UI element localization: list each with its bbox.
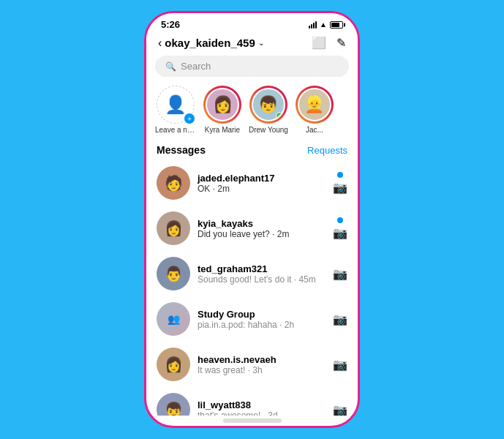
signal-bar-1: [309, 26, 310, 29]
msg-username-kyia: kyia_kayaks: [198, 218, 326, 229]
story-item-kyra[interactable]: 👩 Why is tomorrow Monday!? 🤔 Kyra Marie: [203, 86, 241, 134]
add-note-plus-icon: +: [184, 113, 195, 124]
message-item-study-group[interactable]: 👥 Study Group pia.in.a.pod: hahaha · 2h …: [146, 296, 358, 342]
online-indicator-drew: [276, 112, 283, 119]
search-icon: 🔍: [165, 61, 176, 72]
camera-icon-heaven[interactable]: 📷: [333, 358, 347, 372]
compose-icon[interactable]: ✎: [336, 36, 346, 50]
msg-right-kyia: 📷: [333, 217, 347, 240]
avatar-jaded: 🧑: [157, 166, 190, 200]
msg-username-study-group: Study Group: [198, 309, 326, 320]
messages-list: 🧑 jaded.elephant17 OK · 2m 📷 👩 kyia_kaya…: [146, 160, 358, 416]
story-name-drew: Drew Young: [249, 126, 288, 134]
msg-right-wyatt: 📷: [333, 403, 347, 416]
story-name-jac: Jac...: [306, 126, 323, 134]
story-name-add-note: Leave a note: [155, 126, 196, 134]
msg-username-ted: ted_graham321: [198, 263, 326, 274]
msg-username-heaven: heaven.is.nevaeh: [198, 354, 326, 365]
msg-right-study-group: 📷: [333, 312, 347, 326]
status-bar: 5:26 ▲: [146, 13, 358, 33]
header: ‹ okay_kaiden_459 ⌄ ⬜ ✎: [146, 33, 358, 56]
add-note-avatar: 👤 +: [157, 86, 195, 124]
msg-content-ted: ted_graham321 Sounds good! Let's do it ·…: [198, 263, 326, 285]
msg-right-ted: 📷: [333, 267, 347, 281]
search-placeholder: Search: [181, 61, 211, 72]
stories-icon[interactable]: ⬜: [312, 36, 326, 50]
dropdown-arrow-icon[interactable]: ⌄: [258, 39, 264, 47]
messages-section-title: Messages: [157, 144, 206, 156]
header-right: ⬜ ✎: [312, 36, 346, 50]
status-time: 5:26: [161, 19, 180, 30]
msg-content-heaven: heaven.is.nevaeh It was great! · 3h: [198, 354, 326, 375]
story-name-kyra: Kyra Marie: [205, 126, 240, 134]
msg-content-wyatt: lil_wyatt838 that's awesome! · 3d: [198, 399, 326, 416]
signal-bars-icon: [309, 21, 317, 29]
story-item-drew[interactable]: 👦 Finally landing in NYC! ❤️ Drew Young: [249, 86, 288, 134]
wifi-icon: ▲: [320, 20, 327, 29]
camera-icon-study-group[interactable]: 📷: [333, 312, 347, 326]
message-item-heaven[interactable]: 👩 heaven.is.nevaeh It was great! · 3h 📷: [146, 342, 358, 387]
battery-icon: [330, 21, 343, 29]
camera-icon-ted[interactable]: 📷: [333, 267, 347, 281]
stories-row: 👤 + Leave a note 👩 Why is tomorrow Monda…: [146, 83, 358, 140]
header-left: ‹ okay_kaiden_459 ⌄: [158, 37, 264, 50]
message-item-jaded[interactable]: 🧑 jaded.elephant17 OK · 2m 📷: [146, 160, 358, 206]
avatar-wyatt: 👦: [157, 393, 190, 416]
avatar-kyia: 👩: [157, 211, 190, 245]
msg-preview-jaded: OK · 2m: [198, 184, 326, 194]
signal-bar-2: [311, 24, 312, 29]
search-bar[interactable]: 🔍 Search: [155, 56, 349, 77]
msg-preview-study-group: pia.in.a.pod: hahaha · 2h: [198, 320, 326, 330]
msg-right-jaded: 📷: [333, 172, 347, 195]
home-indicator: [223, 419, 282, 423]
unread-dot-kyia: [337, 217, 343, 223]
msg-right-heaven: 📷: [333, 358, 347, 372]
camera-icon-jaded[interactable]: 📷: [333, 181, 347, 195]
msg-username-wyatt: lil_wyatt838: [198, 399, 326, 410]
battery-fill: [331, 23, 339, 27]
msg-preview-kyia: Did you leave yet? · 2m: [198, 229, 326, 239]
avatar-ted: 👨: [157, 257, 190, 290]
signal-bar-3: [313, 23, 315, 29]
requests-link[interactable]: Requests: [307, 145, 347, 156]
msg-content-study-group: Study Group pia.in.a.pod: hahaha · 2h: [198, 309, 326, 330]
story-item-add-note[interactable]: 👤 + Leave a note: [155, 86, 196, 134]
msg-preview-ted: Sounds good! Let's do it · 45m: [198, 274, 326, 285]
msg-preview-wyatt: that's awesome! · 3d: [198, 410, 326, 416]
avatar-study-group: 👥: [157, 302, 190, 336]
signal-bar-4: [315, 21, 317, 29]
unread-dot-jaded: [337, 172, 343, 178]
msg-content-kyia: kyia_kayaks Did you leave yet? · 2m: [198, 218, 326, 239]
camera-icon-kyia[interactable]: 📷: [333, 226, 347, 240]
username-label: okay_kaiden_459: [165, 37, 255, 49]
message-item-kyia[interactable]: 👩 kyia_kayaks Did you leave yet? · 2m 📷: [146, 206, 358, 251]
message-item-wyatt[interactable]: 👦 lil_wyatt838 that's awesome! · 3d 📷: [146, 387, 358, 416]
camera-icon-wyatt[interactable]: 📷: [333, 403, 347, 416]
status-icons: ▲: [309, 20, 343, 29]
messages-header: Messages Requests: [146, 140, 358, 160]
back-button[interactable]: ‹: [158, 37, 162, 50]
msg-preview-heaven: It was great! · 3h: [198, 365, 326, 375]
msg-username-jaded: jaded.elephant17: [198, 173, 326, 184]
msg-content-jaded: jaded.elephant17 OK · 2m: [198, 173, 326, 194]
message-item-ted[interactable]: 👨 ted_graham321 Sounds good! Let's do it…: [146, 251, 358, 296]
phone-frame: 5:26 ▲ ‹ okay_kaiden_459 ⌄ ⬜ ✎ 🔍: [144, 11, 360, 428]
avatar-heaven: 👩: [157, 348, 190, 381]
story-item-jac[interactable]: 👱 Ga... Jac...: [296, 86, 334, 134]
add-note-avatar-image: 👤: [165, 94, 187, 115]
